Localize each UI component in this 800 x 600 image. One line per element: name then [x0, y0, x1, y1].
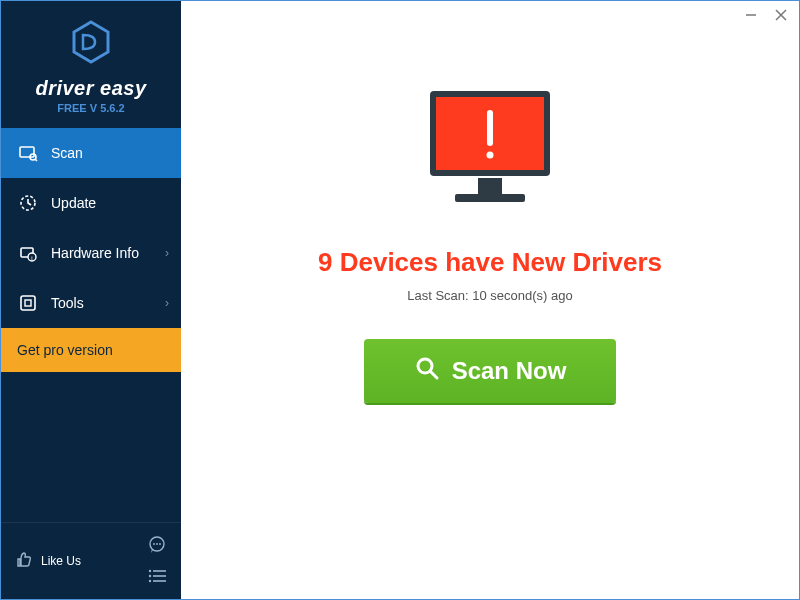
scan-icon — [17, 142, 39, 164]
window-controls — [743, 7, 789, 23]
sidebar-item-update[interactable]: Update — [1, 178, 181, 228]
sidebar-item-label: Scan — [51, 145, 83, 161]
bottom-icons — [147, 535, 167, 587]
nav: Scan Update i Hardware Info › Tools — [1, 128, 181, 522]
app-window: driver easy FREE V 5.6.2 Scan Update i — [0, 0, 800, 600]
get-pro-label: Get pro version — [17, 342, 113, 358]
chevron-right-icon: › — [165, 246, 169, 260]
sidebar-item-label: Tools — [51, 295, 84, 311]
logo-area: driver easy FREE V 5.6.2 — [1, 1, 181, 128]
brand-name: driver easy — [13, 77, 169, 100]
svg-line-3 — [35, 159, 37, 161]
svg-point-13 — [159, 543, 161, 545]
chevron-right-icon: › — [165, 296, 169, 310]
thumbs-up-icon — [15, 551, 33, 572]
svg-line-30 — [430, 371, 437, 378]
feedback-icon[interactable] — [147, 535, 167, 559]
sidebar: driver easy FREE V 5.6.2 Scan Update i — [1, 1, 181, 599]
last-scan-label: Last Scan: 10 second(s) ago — [407, 288, 573, 303]
scan-button-label: Scan Now — [452, 357, 567, 385]
scan-now-button[interactable]: Scan Now — [364, 339, 617, 403]
main-panel: 9 Devices have New Drivers Last Scan: 10… — [181, 1, 799, 599]
like-us-label: Like Us — [41, 554, 81, 568]
hardware-info-icon: i — [17, 242, 39, 264]
alert-monitor-icon — [415, 81, 565, 225]
logo-icon — [13, 19, 169, 69]
svg-point-14 — [149, 570, 151, 572]
svg-point-18 — [149, 580, 151, 582]
svg-text:i: i — [31, 255, 32, 261]
menu-icon[interactable] — [147, 569, 167, 587]
update-icon — [17, 192, 39, 214]
search-icon — [414, 355, 440, 387]
version-label: FREE V 5.6.2 — [13, 102, 169, 114]
svg-rect-25 — [478, 178, 502, 194]
svg-rect-9 — [25, 300, 31, 306]
get-pro-button[interactable]: Get pro version — [1, 328, 181, 372]
headline: 9 Devices have New Drivers — [318, 247, 662, 278]
sidebar-item-label: Update — [51, 195, 96, 211]
sidebar-item-label: Hardware Info — [51, 245, 139, 261]
svg-point-28 — [487, 152, 494, 159]
tools-icon — [17, 292, 39, 314]
svg-point-12 — [156, 543, 158, 545]
svg-rect-1 — [20, 147, 34, 157]
minimize-button[interactable] — [743, 7, 759, 23]
svg-point-16 — [149, 575, 151, 577]
bottom-bar: Like Us — [1, 522, 181, 599]
sidebar-item-scan[interactable]: Scan — [1, 128, 181, 178]
svg-marker-0 — [74, 22, 108, 62]
svg-rect-8 — [21, 296, 35, 310]
svg-rect-26 — [455, 194, 525, 202]
svg-point-11 — [153, 543, 155, 545]
sidebar-item-tools[interactable]: Tools › — [1, 278, 181, 328]
sidebar-item-hardware-info[interactable]: i Hardware Info › — [1, 228, 181, 278]
close-button[interactable] — [773, 7, 789, 23]
like-us-button[interactable]: Like Us — [15, 551, 81, 572]
